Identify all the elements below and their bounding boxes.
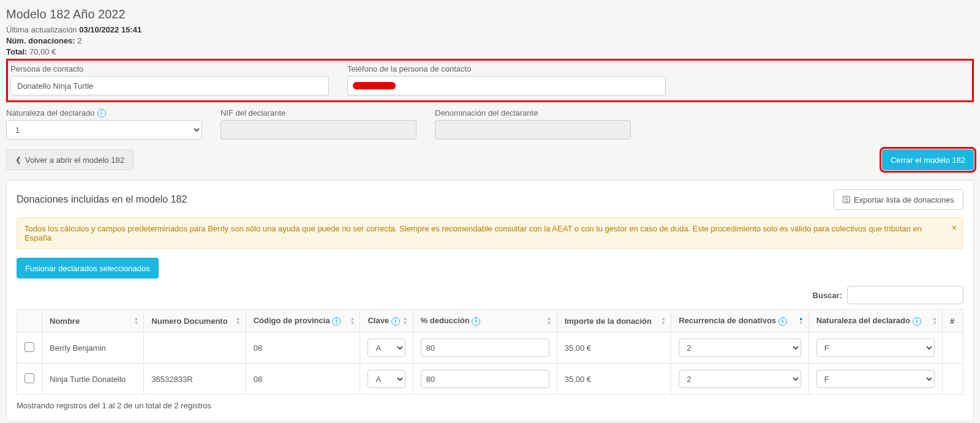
table-footer-info: Mostrando registros del 1 al 2 de un tot… — [17, 401, 963, 410]
cell-numdoc — [144, 332, 246, 364]
clave-select[interactable]: A — [368, 339, 405, 357]
naturaleza-select[interactable]: 1 — [6, 120, 202, 140]
naturaleza-select[interactable]: F — [816, 339, 935, 357]
list-icon — [843, 196, 850, 203]
deduccion-input[interactable] — [421, 339, 549, 357]
info-icon[interactable]: i — [472, 317, 480, 326]
deduccion-input[interactable] — [421, 370, 549, 388]
nif-input[interactable] — [221, 120, 417, 140]
alert-text: Todos los cálculos y campos predetermina… — [24, 224, 922, 242]
contact-highlight-box: Persona de contacto Teléfono de la perso… — [6, 59, 974, 102]
search-input[interactable] — [847, 286, 963, 304]
merge-selected-button[interactable]: Fusionar declarados seleccionados — [17, 258, 159, 279]
chevron-left-icon: ❮ — [15, 155, 21, 164]
info-icon[interactable]: i — [778, 317, 787, 326]
num-donations-value: 2 — [77, 36, 81, 45]
col-naturaleza[interactable]: Naturaleza del declarado i▲▼ — [809, 310, 942, 332]
clave-select[interactable]: A — [368, 370, 405, 388]
col-importe[interactable]: Importe de la donación▲▼ — [557, 310, 671, 332]
cell-importe: 35,00 € — [557, 332, 671, 364]
table-row: Berrly Benjamin08A35,00 €2F — [17, 332, 963, 364]
denominacion-input[interactable] — [435, 120, 631, 140]
last-update-label: Última actualización — [6, 25, 77, 34]
warning-alert: Todos los cálculos y campos predetermina… — [17, 217, 963, 249]
close-model-button[interactable]: Cerrar el modelo 182 — [882, 149, 974, 170]
cell-importe: 35,00 € — [557, 364, 671, 395]
reopen-model-button[interactable]: ❮ Volver a abrir el modelo 182 — [6, 149, 134, 170]
info-icon[interactable]: i — [913, 317, 921, 326]
cell-provincia: 08 — [246, 364, 360, 395]
col-nombre[interactable]: Nombre▲▼ — [42, 310, 144, 332]
row-checkbox[interactable] — [24, 342, 34, 352]
denominacion-label: Denominación del declarante — [435, 108, 631, 118]
redacted-phone-icon — [353, 82, 396, 89]
recurrencia-select[interactable]: 2 — [679, 370, 801, 388]
total-label: Total: — [6, 47, 27, 56]
info-icon[interactable]: i — [391, 317, 400, 326]
col-numdoc[interactable]: Numero Documento▲▼ — [144, 310, 246, 332]
naturaleza-select[interactable]: F — [816, 370, 935, 388]
cell-provincia: 08 — [246, 332, 360, 364]
contact-person-label: Persona de contacto — [10, 64, 329, 73]
col-deduccion[interactable]: % deducción i▲▼ — [413, 310, 557, 332]
col-recurrencia[interactable]: Recurrencia de donativos i▲▼ — [671, 310, 809, 332]
info-icon[interactable]: i — [97, 109, 106, 118]
col-provincia[interactable]: Código de provincia i▲▼ — [246, 310, 360, 332]
close-alert-icon[interactable]: × — [952, 223, 957, 233]
donations-table: Nombre▲▼ Numero Documento▲▼ Código de pr… — [17, 309, 963, 395]
cell-nombre: Berrly Benjamin — [42, 332, 144, 364]
total-value: 70,00 € — [29, 47, 56, 56]
recurrencia-select[interactable]: 2 — [679, 339, 801, 357]
table-row: Ninja Turtle Donatello36532833R08A35,00 … — [17, 364, 963, 395]
total-line: Total: 70,00 € — [6, 47, 974, 56]
page-title: Modelo 182 Año 2022 — [6, 7, 974, 21]
panel-title: Donaciones incluidas en el modelo 182 — [17, 194, 187, 205]
cell-nombre: Ninja Turtle Donatello — [42, 364, 144, 395]
export-donations-button[interactable]: Exportar lista de donaciones — [834, 189, 963, 210]
donations-panel: Donaciones incluidas en el modelo 182 Ex… — [6, 180, 974, 422]
num-donations-label: Núm. donaciones: — [6, 36, 75, 45]
num-donations-line: Núm. donaciones: 2 — [6, 36, 974, 45]
contact-phone-input[interactable] — [347, 76, 666, 95]
contact-person-input[interactable] — [10, 76, 329, 95]
last-update-value: 03/10/2022 15:41 — [79, 25, 141, 34]
search-label: Buscar: — [813, 291, 842, 300]
cell-numdoc: 36532833R — [144, 364, 246, 395]
col-clave[interactable]: Clave i▲▼ — [360, 310, 413, 332]
naturaleza-label: Naturaleza del declarado i — [6, 108, 202, 118]
row-checkbox[interactable] — [24, 373, 34, 383]
col-hash: # — [943, 310, 963, 332]
nif-label: NIF del declarante — [221, 108, 417, 118]
info-icon[interactable]: i — [332, 317, 341, 326]
contact-phone-label: Teléfono de la persona de contacto — [347, 64, 666, 73]
last-update-line: Última actualización 03/10/2022 15:41 — [6, 25, 974, 34]
